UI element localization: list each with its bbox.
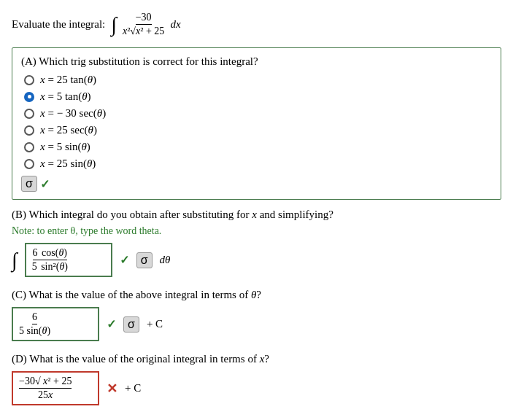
option-a3[interactable]: x = − 30 sec(θ) — [24, 107, 492, 120]
option-a1[interactable]: x = 25 tan(θ) — [24, 74, 492, 86]
option-a4-label: x = 25 sec(θ) — [40, 124, 97, 136]
option-a1-label: x = 25 tan(θ) — [40, 74, 96, 86]
part-b-input-row: ∫ 6 cos(θ) 5 sin²(θ) ✓ σ dθ — [12, 243, 501, 277]
radio-a3[interactable] — [24, 109, 34, 119]
part-d-numerator: −30√ x² + 25 — [19, 376, 72, 389]
part-b-dtheta: dθ — [160, 254, 171, 266]
part-c-plus-c: + C — [147, 318, 163, 330]
option-a4[interactable]: x = 25 sec(θ) — [24, 124, 492, 136]
part-b-checkmark: ✓ — [120, 253, 129, 267]
part-b-note-text: Note: to enter θ, type the word theta. — [12, 225, 161, 236]
main-fraction: −30 x²√x² + 25 — [123, 12, 164, 37]
part-c-label: (C) What is the value of the above integ… — [12, 289, 261, 300]
part-d-plus-c: + C — [125, 382, 141, 394]
part-d-title: (D) What is the value of the original in… — [12, 353, 501, 365]
part-a-options: x = 25 tan(θ) x = 5 tan(θ) x = − 30 sec(… — [24, 74, 492, 170]
evaluate-header: Evaluate the integral: ∫ −30 x²√x² + 25 … — [12, 12, 501, 37]
option-a5-label: x = 5 sin(θ) — [40, 141, 90, 153]
part-c-fraction: 6 5 sin(θ) — [19, 311, 50, 337]
part-a-submit-button[interactable]: σ — [21, 176, 37, 192]
part-b-integral-sign: ∫ — [12, 250, 18, 271]
part-a-label: (A) Which trig substitution is correct f… — [21, 55, 258, 67]
part-b-numerator: 6 cos(θ) — [33, 247, 67, 260]
evaluate-label: Evaluate the integral: — [12, 18, 105, 31]
option-a6-label: x = 25 sin(θ) — [40, 158, 96, 170]
part-d-cross: ✕ — [107, 381, 117, 397]
part-a-section: (A) Which trig substitution is correct f… — [12, 47, 501, 200]
option-a5[interactable]: x = 5 sin(θ) — [24, 141, 492, 153]
part-d-answer-box[interactable]: −30√ x² + 25 25x — [12, 371, 99, 405]
part-d-label: (D) What is the value of the original in… — [12, 353, 269, 365]
dx-label: dx — [170, 18, 180, 31]
part-d-section: (D) What is the value of the original in… — [12, 353, 501, 405]
part-a-submit-row: σ ✓ — [21, 176, 492, 192]
part-b-answer-box[interactable]: 6 cos(θ) 5 sin²(θ) — [25, 243, 112, 277]
option-a2-label: x = 5 tan(θ) — [40, 90, 91, 103]
part-a-title: (A) Which trig substitution is correct f… — [21, 55, 492, 68]
part-a-checkmark: ✓ — [40, 177, 50, 191]
main-fraction-denominator: x²√x² + 25 — [123, 25, 164, 37]
part-c-input-row: 6 5 sin(θ) ✓ σ + C — [12, 307, 501, 341]
option-a6[interactable]: x = 25 sin(θ) — [24, 158, 492, 170]
radio-a4[interactable] — [24, 125, 34, 136]
part-c-denominator: 5 sin(θ) — [19, 324, 50, 337]
part-b-fraction: 6 cos(θ) 5 sin²(θ) — [32, 247, 68, 273]
option-a2[interactable]: x = 5 tan(θ) — [24, 90, 492, 103]
part-b-note: Note: to enter θ, type the word theta. — [12, 225, 501, 237]
part-b-denominator: 5 sin²(θ) — [32, 260, 68, 273]
part-b-submit-button[interactable]: σ — [136, 252, 153, 268]
radio-a6[interactable] — [24, 159, 34, 169]
part-b-title: (B) Which integral do you obtain after s… — [12, 209, 501, 221]
part-b-label: (B) Which integral do you obtain after s… — [12, 209, 333, 220]
radio-a2[interactable] — [24, 92, 34, 102]
part-c-answer-box[interactable]: 6 5 sin(θ) — [12, 307, 99, 341]
part-b-section: (B) Which integral do you obtain after s… — [12, 209, 501, 277]
radio-a5[interactable] — [24, 142, 34, 152]
part-d-input-row: −30√ x² + 25 25x ✕ + C — [12, 371, 501, 405]
integral-sign: ∫ — [111, 15, 117, 35]
radio-a1[interactable] — [24, 75, 34, 85]
part-c-checkmark: ✓ — [107, 317, 116, 331]
part-d-fraction: −30√ x² + 25 25x — [19, 376, 72, 401]
part-c-numerator: 6 — [32, 311, 37, 324]
main-fraction-numerator: −30 — [136, 12, 152, 25]
part-c-title: (C) What is the value of the above integ… — [12, 289, 501, 301]
part-d-denominator: 25x — [38, 389, 53, 401]
part-c-section: (C) What is the value of the above integ… — [12, 289, 501, 341]
option-a3-label: x = − 30 sec(θ) — [40, 107, 106, 120]
part-c-submit-button[interactable]: σ — [123, 316, 139, 332]
